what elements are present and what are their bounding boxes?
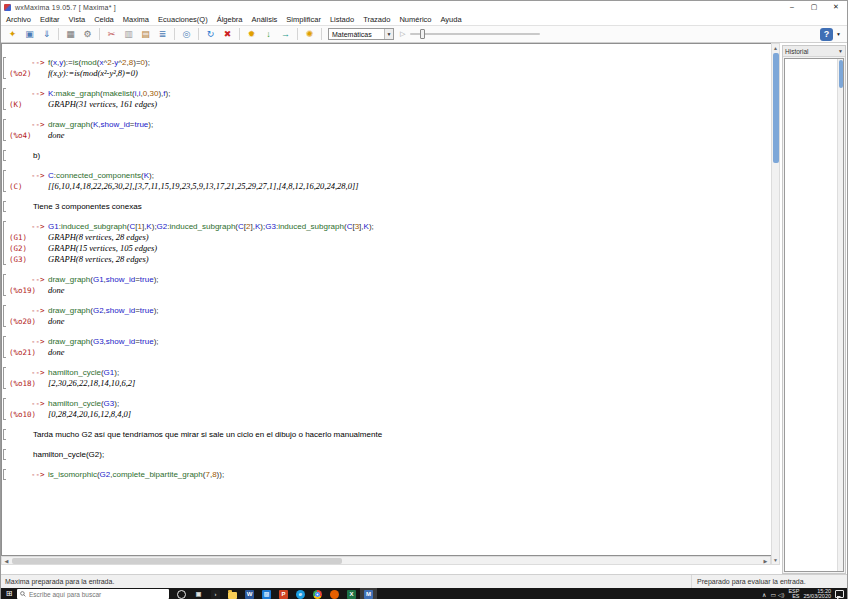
vertical-scrollbar[interactable]: ▲ ▼ xyxy=(771,43,780,565)
input-line[interactable]: -->hamilton_cycle(G3); xyxy=(3,398,771,409)
input-code[interactable]: G1:induced_subgraph(C[1],K);G2:induced_s… xyxy=(48,221,374,232)
input-code[interactable]: draw_graph(G3,show_id=true); xyxy=(48,336,159,347)
interrupt-icon[interactable]: ✖ xyxy=(220,27,235,41)
input-code[interactable]: draw_graph(G2,show_id=true); xyxy=(48,305,159,316)
menu-editar[interactable]: Editar xyxy=(40,15,60,24)
input-code[interactable]: K:make_graph(makelist(i,i,0,30),f); xyxy=(48,88,170,99)
find-icon[interactable]: ◎ xyxy=(179,27,194,41)
scroll-left-icon[interactable]: ◀ xyxy=(2,558,11,564)
text-cell-content[interactable]: Tarda mucho G2 así que tendríamos que mi… xyxy=(33,429,771,440)
code-cell: -->draw_graph(K,show_id=true);(%o4)done xyxy=(3,119,771,141)
taskbar-icon-excel[interactable]: X xyxy=(343,588,360,599)
input-line[interactable]: -->draw_graph(K,show_id=true); xyxy=(3,119,771,130)
history-scroll-thumb[interactable] xyxy=(839,60,843,88)
format-text-icon[interactable]: ≣ xyxy=(155,27,170,41)
input-line[interactable]: -->C:connected_components(K); xyxy=(3,170,771,181)
clock[interactable]: 15:20 25/03/2020 xyxy=(803,589,831,599)
menu-ecuaciones-q-[interactable]: Ecuaciones(Q) xyxy=(158,15,208,24)
cell-style-dropdown[interactable]: Matemáticas ▼ xyxy=(328,28,394,40)
menu-ayuda[interactable]: Ayuda xyxy=(440,15,461,24)
maximize-button[interactable]: ▢ xyxy=(803,1,825,13)
start-button[interactable]: ⊞ xyxy=(1,588,17,599)
follow-evaluation-icon[interactable]: ↓ xyxy=(261,27,276,41)
restart-maxima-icon[interactable]: ↻ xyxy=(203,27,218,41)
menu-trazado[interactable]: Trazado xyxy=(363,15,390,24)
input-line[interactable]: -->G1:induced_subgraph(C[1],K);G2:induce… xyxy=(3,221,771,232)
menu-celda[interactable]: Celda xyxy=(94,15,114,24)
animation-start-icon[interactable]: ✹ xyxy=(244,27,259,41)
input-line[interactable]: -->draw_graph(G1,show_id=true); xyxy=(3,274,771,285)
taskbar-icon-terminal[interactable]: › xyxy=(207,588,224,599)
text-cell-content[interactable]: Tiene 3 componentes conexas xyxy=(33,201,771,212)
language-indicator[interactable]: ESP ES xyxy=(788,589,799,599)
history-pane-header[interactable]: Historial ▼ xyxy=(783,46,845,57)
print-icon[interactable]: ▦ xyxy=(63,27,78,41)
save-icon[interactable]: ⇓ xyxy=(39,27,54,41)
taskbar-icon-photos[interactable]: ▨ xyxy=(258,588,275,599)
input-line[interactable]: -->draw_graph(G3,show_id=true); xyxy=(3,336,771,347)
worksheet[interactable]: -->f(x,y):=is(mod(x^2-y^2,8)=0);(%o2)f(x… xyxy=(1,43,771,556)
menu-vista[interactable]: Vista xyxy=(69,15,86,24)
toolbar-buttons: ✦▣⇓▦⚙✂▥▤≣◎↻✖✹↓→✺ xyxy=(4,27,318,41)
scroll-right-icon[interactable]: ▶ xyxy=(761,558,770,564)
text-cell-content[interactable]: b) xyxy=(33,150,771,161)
menu-maxima[interactable]: Maxima xyxy=(123,15,149,24)
action-center-icon[interactable] xyxy=(835,590,844,598)
history-list[interactable] xyxy=(784,58,844,572)
history-scrollbar[interactable] xyxy=(837,59,843,571)
taskbar-icon-firefox[interactable] xyxy=(326,588,343,599)
taskbar-icon-file-explorer[interactable] xyxy=(224,588,241,599)
minimize-button[interactable]: – xyxy=(781,1,803,13)
input-line[interactable]: -->draw_graph(G2,show_id=true); xyxy=(3,305,771,316)
menu-numérico[interactable]: Numérico xyxy=(399,15,431,24)
slider-thumb[interactable] xyxy=(420,29,425,39)
menu-listado[interactable]: Listado xyxy=(330,15,354,24)
close-button[interactable]: ✕ xyxy=(825,1,847,13)
input-code[interactable]: draw_graph(K,show_id=true); xyxy=(48,119,153,130)
evaluate-rest-icon[interactable]: → xyxy=(278,27,293,41)
open-icon[interactable]: ▣ xyxy=(22,27,37,41)
taskbar-icon-word[interactable]: W xyxy=(241,588,258,599)
search-input[interactable] xyxy=(29,591,149,598)
input-code[interactable]: C:connected_components(K); xyxy=(48,170,154,181)
taskbar-icon-task-view[interactable]: ▣ xyxy=(190,588,207,599)
taskbar-search[interactable] xyxy=(17,589,169,599)
preferences-gear-icon[interactable]: ⚙ xyxy=(80,27,95,41)
taskbar-icon-wxmaxima[interactable]: M xyxy=(360,588,377,599)
help-button[interactable]: ? xyxy=(820,28,833,41)
horizontal-scrollbar[interactable]: ◀ ▶ xyxy=(1,556,771,565)
menu-simplificar[interactable]: Simplificar xyxy=(286,15,321,24)
paste-clipboard-icon[interactable]: ▤ xyxy=(138,27,153,41)
menu-álgebra[interactable]: Álgebra xyxy=(217,15,243,24)
menu-análisis[interactable]: Análisis xyxy=(252,15,278,24)
input-code[interactable]: is_isomorphic(G2,complete_bipartite_grap… xyxy=(48,469,224,480)
menu-archivo[interactable]: Archivo xyxy=(6,15,31,24)
tray-icons[interactable]: ▭ ◁) xyxy=(771,591,785,598)
taskbar-icon-chrome[interactable] xyxy=(309,588,326,599)
tray-chevron-icon[interactable]: ∧ xyxy=(762,591,766,598)
taskbar-icon-powerpoint[interactable]: P xyxy=(275,588,292,599)
input-code[interactable]: hamilton_cycle(G1); xyxy=(48,367,119,378)
input-code[interactable]: f(x,y):=is(mod(x^2-y^2,8)=0); xyxy=(48,57,150,68)
input-line[interactable]: -->f(x,y):=is(mod(x^2-y^2,8)=0); xyxy=(3,57,771,68)
input-code[interactable]: draw_graph(G1,show_id=true); xyxy=(48,274,159,285)
copy-icon[interactable]: ▥ xyxy=(121,27,136,41)
horizontal-scroll-thumb[interactable] xyxy=(12,558,342,564)
recalculate-icon[interactable]: ✺ xyxy=(302,27,317,41)
input-line[interactable]: -->is_isomorphic(G2,complete_bipartite_g… xyxy=(3,469,771,480)
cut-scissors-icon[interactable]: ✂ xyxy=(104,27,119,41)
vertical-scroll-thumb[interactable] xyxy=(773,53,779,163)
new-document-icon[interactable]: ✦ xyxy=(5,27,20,41)
taskbar-icon-edge[interactable]: e xyxy=(292,588,309,599)
output-line: (%o19)done xyxy=(3,285,771,296)
scroll-down-icon[interactable]: ▼ xyxy=(772,556,779,564)
input-code[interactable]: hamilton_cycle(G3); xyxy=(48,398,119,409)
scroll-up-icon[interactable]: ▲ xyxy=(772,44,779,52)
toolbar-overflow-icon[interactable]: ▼ xyxy=(836,31,841,37)
input-line[interactable]: -->hamilton_cycle(G1); xyxy=(3,367,771,378)
animation-slider[interactable] xyxy=(410,28,540,40)
animation-play-button[interactable]: ▷ xyxy=(400,30,405,38)
input-line[interactable]: -->K:make_graph(makelist(i,i,0,30),f); xyxy=(3,88,771,99)
taskbar-icon-cortana[interactable] xyxy=(173,588,190,599)
text-cell-content[interactable]: hamilton_cycle(G2); xyxy=(33,449,771,460)
